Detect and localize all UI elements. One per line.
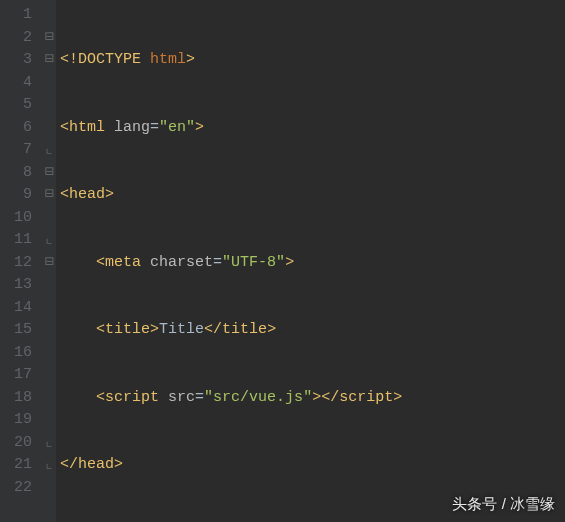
code-line[interactable]: <html lang="en"> xyxy=(60,117,565,140)
fold-marker[interactable]: ⌞ xyxy=(42,432,56,455)
fold-marker[interactable] xyxy=(42,94,56,117)
line-number: 9 xyxy=(14,184,32,207)
fold-marker[interactable] xyxy=(42,117,56,140)
line-number: 17 xyxy=(14,364,32,387)
line-number-gutter: 1 2 3 4 5 6 7 8 9 10 11 12 13 14 15 16 1… xyxy=(0,0,42,522)
code-line[interactable]: </head> xyxy=(60,454,565,477)
fold-marker[interactable] xyxy=(42,319,56,342)
line-number: 10 xyxy=(14,207,32,230)
fold-marker[interactable]: ⊟ xyxy=(42,252,56,275)
line-number: 21 xyxy=(14,454,32,477)
fold-marker[interactable] xyxy=(42,477,56,500)
line-number: 15 xyxy=(14,319,32,342)
fold-marker[interactable]: ⊟ xyxy=(42,184,56,207)
line-number: 11 xyxy=(14,229,32,252)
fold-marker[interactable]: ⊟ xyxy=(42,49,56,72)
line-number: 4 xyxy=(14,72,32,95)
code-line[interactable]: <meta charset="UTF-8"> xyxy=(60,252,565,275)
fold-marker[interactable] xyxy=(42,207,56,230)
code-line[interactable]: <title>Title</title> xyxy=(60,319,565,342)
fold-marker[interactable] xyxy=(42,274,56,297)
fold-marker[interactable] xyxy=(42,364,56,387)
line-number: 2 xyxy=(14,27,32,50)
line-number: 8 xyxy=(14,162,32,185)
line-number: 22 xyxy=(14,477,32,500)
fold-marker[interactable]: ⌞ xyxy=(42,229,56,252)
line-number: 3 xyxy=(14,49,32,72)
line-number: 6 xyxy=(14,117,32,140)
fold-gutter: ⊟ ⊟ ⌞ ⊟ ⊟ ⌞ ⊟ ⌞ ⌞ xyxy=(42,0,56,522)
code-editor[interactable]: 1 2 3 4 5 6 7 8 9 10 11 12 13 14 15 16 1… xyxy=(0,0,565,522)
line-number: 1 xyxy=(14,4,32,27)
line-number: 7 xyxy=(14,139,32,162)
line-number: 14 xyxy=(14,297,32,320)
line-number: 13 xyxy=(14,274,32,297)
line-number: 5 xyxy=(14,94,32,117)
code-line[interactable]: <script src="src/vue.js"></script> xyxy=(60,387,565,410)
fold-marker[interactable]: ⊟ xyxy=(42,27,56,50)
fold-marker[interactable]: ⌞ xyxy=(42,454,56,477)
fold-marker[interactable]: ⊟ xyxy=(42,162,56,185)
fold-marker[interactable] xyxy=(42,409,56,432)
code-line[interactable]: <!DOCTYPE html> xyxy=(60,49,565,72)
line-number: 12 xyxy=(14,252,32,275)
fold-marker[interactable] xyxy=(42,387,56,410)
line-number: 16 xyxy=(14,342,32,365)
line-number: 20 xyxy=(14,432,32,455)
watermark-label: 头条号 / 冰雪缘 xyxy=(452,495,555,514)
fold-marker[interactable] xyxy=(42,72,56,95)
fold-marker[interactable]: ⌞ xyxy=(42,139,56,162)
fold-marker[interactable] xyxy=(42,342,56,365)
code-line[interactable]: <head> xyxy=(60,184,565,207)
fold-marker[interactable] xyxy=(42,297,56,320)
line-number: 19 xyxy=(14,409,32,432)
fold-marker[interactable] xyxy=(42,4,56,27)
code-area[interactable]: <!DOCTYPE html> <html lang="en"> <head> … xyxy=(56,0,565,522)
line-number: 18 xyxy=(14,387,32,410)
